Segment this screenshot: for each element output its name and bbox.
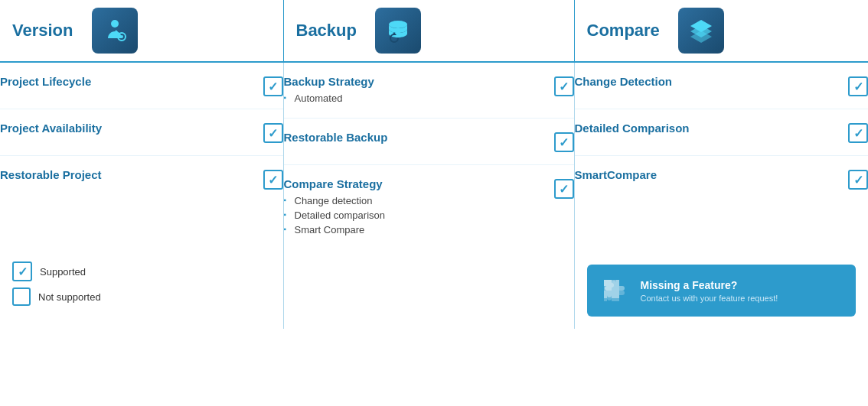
svg-point-3 bbox=[120, 35, 123, 38]
feature-name-compare-strategy: Compare Strategy Change detection Detail… bbox=[284, 177, 386, 237]
main-table: Version Backup bbox=[0, 0, 868, 329]
feature-name-detailed-comparison: Detailed Comparison bbox=[575, 122, 690, 135]
svg-point-4 bbox=[389, 21, 407, 28]
backup-column: Backup Strategy Automated Restorable Bac… bbox=[283, 62, 574, 249]
compare-strategy-sub-item-1: Detailed comparison bbox=[284, 208, 386, 222]
backup-strategy-sub: Automated bbox=[284, 91, 374, 106]
feature-name-restorable-backup: Restorable Backup bbox=[284, 131, 388, 144]
version-column: Project Lifecycle Project Availability R… bbox=[0, 62, 283, 249]
feature-project-lifecycle: Project Lifecycle bbox=[0, 63, 283, 109]
puzzle-icon bbox=[598, 274, 631, 307]
check-restorable-project bbox=[263, 170, 283, 190]
compare-strategy-sub-item-0: Change detection bbox=[284, 193, 386, 208]
backup-icon bbox=[375, 8, 421, 54]
legend-supported: Supported bbox=[12, 261, 271, 281]
compare-icon bbox=[678, 8, 724, 54]
missing-feature-banner[interactable]: Missing a Feature? Contact us with your … bbox=[587, 265, 857, 317]
compare-strategy-sub: Change detection Detailed comparison Sma… bbox=[284, 193, 386, 237]
check-project-availability bbox=[263, 123, 283, 143]
backup-header-cell: Backup bbox=[283, 0, 574, 62]
legend-check-supported bbox=[12, 261, 32, 281]
feature-name-restorable-project: Restorable Project bbox=[0, 168, 102, 181]
compare-column: Change Detection Detailed Comparison Sma… bbox=[574, 62, 868, 249]
missing-feature-text-block: Missing a Feature? Contact us with your … bbox=[641, 278, 778, 303]
check-detailed-comparison bbox=[848, 123, 868, 143]
legend-cell: Supported Not supported bbox=[0, 249, 283, 329]
compare-header-title: Compare bbox=[587, 21, 660, 41]
feature-backup-strategy: Backup Strategy Automated bbox=[284, 63, 574, 119]
check-compare-strategy bbox=[554, 179, 574, 199]
feature-name-project-lifecycle: Project Lifecycle bbox=[0, 75, 91, 88]
check-project-lifecycle bbox=[263, 76, 283, 96]
feature-name-change-detection: Change Detection bbox=[575, 75, 673, 88]
legend-supported-label: Supported bbox=[40, 266, 86, 278]
check-restorable-backup bbox=[554, 132, 574, 152]
database-icon bbox=[384, 17, 412, 44]
version-icon bbox=[92, 8, 138, 54]
feature-compare-strategy: Compare Strategy Change detection Detail… bbox=[284, 165, 574, 249]
feature-name-smartcompare: SmartCompare bbox=[575, 168, 658, 181]
feature-restorable-backup: Restorable Backup bbox=[284, 119, 574, 165]
bottom-row: Supported Not supported M bbox=[0, 249, 868, 329]
check-smartcompare bbox=[848, 170, 868, 190]
legend-section: Supported Not supported bbox=[0, 249, 283, 313]
version-header-cell: Version bbox=[0, 0, 283, 62]
compare-strategy-sub-item-2: Smart Compare bbox=[284, 222, 386, 237]
backup-header-title: Backup bbox=[296, 21, 357, 41]
feature-name-backup-strategy: Backup Strategy Automated bbox=[284, 75, 374, 106]
legend-check-not-supported bbox=[12, 287, 31, 306]
feature-project-availability: Project Availability bbox=[0, 109, 283, 156]
check-backup-strategy bbox=[554, 76, 574, 96]
feature-restorable-project: Restorable Project bbox=[0, 156, 283, 202]
layers-icon bbox=[687, 17, 715, 44]
feature-detailed-comparison: Detailed Comparison bbox=[575, 109, 869, 156]
feature-change-detection: Change Detection bbox=[575, 63, 869, 109]
person-icon bbox=[101, 17, 129, 44]
compare-header-cell: Compare bbox=[574, 0, 868, 62]
svg-point-0 bbox=[111, 20, 119, 28]
bottom-backup-cell bbox=[283, 249, 574, 329]
backup-strategy-sub-item-0: Automated bbox=[284, 91, 374, 106]
version-header-title: Version bbox=[12, 21, 73, 41]
feature-smartcompare: SmartCompare bbox=[575, 156, 869, 202]
check-change-detection bbox=[848, 76, 868, 96]
missing-feature-title: Missing a Feature? bbox=[641, 278, 778, 294]
bottom-compare-cell: Missing a Feature? Contact us with your … bbox=[574, 249, 868, 329]
feature-name-project-availability: Project Availability bbox=[0, 122, 102, 135]
legend-not-supported: Not supported bbox=[12, 287, 271, 306]
content-row: Project Lifecycle Project Availability R… bbox=[0, 62, 868, 249]
missing-feature-subtitle: Contact us with your feature request! bbox=[641, 294, 778, 303]
legend-not-supported-label: Not supported bbox=[38, 291, 101, 303]
